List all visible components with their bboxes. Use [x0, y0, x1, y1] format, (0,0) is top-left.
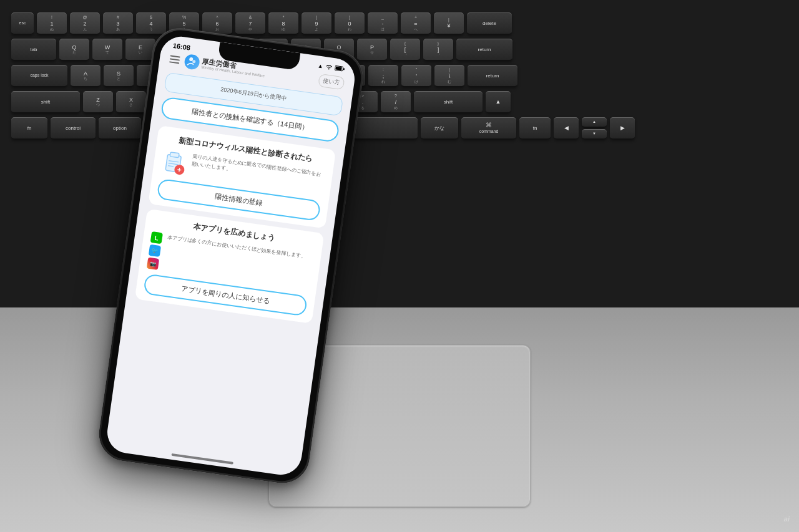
arrow-left-key[interactable]: ◀: [554, 117, 579, 140]
hamburger-line-3: [169, 61, 179, 64]
caps-lock-key[interactable]: caps lock: [11, 65, 67, 87]
option-key[interactable]: option: [99, 117, 141, 140]
hamburger-line-1: [170, 55, 180, 57]
line-icon[interactable]: L: [150, 231, 163, 244]
key-bracket-open[interactable]: {[゛: [390, 39, 420, 61]
key-3[interactable]: #3あ: [103, 12, 133, 35]
key-7[interactable]: &7や: [235, 12, 265, 35]
key-a[interactable]: Aち: [71, 65, 100, 87]
social-icons: L 🐦 📷: [147, 231, 163, 270]
hamburger-menu[interactable]: [169, 55, 180, 64]
key-equals[interactable]: +=へ: [401, 12, 431, 35]
watermark: ai: [784, 515, 790, 523]
kana-key[interactable]: かな: [421, 117, 458, 140]
key-8[interactable]: *8ゆ: [268, 12, 298, 35]
hamburger-line-2: [170, 58, 180, 60]
keyboard-row-1: esc !1ぬ @2ふ #3あ $4う %5え ^6お &7や *8ゆ (9よ …: [11, 12, 512, 35]
keyboard-top-section: esc !1ぬ @2ふ #3あ $4う %5え ^6お &7や *8ゆ (9よ …: [0, 0, 799, 312]
key-slash[interactable]: ?/め: [381, 91, 411, 114]
share-section: 本アプリを広めましょう L 🐦 📷 本アプリは多くの方にお使いいただくほど効果を…: [135, 209, 325, 324]
svg-rect-6: [170, 152, 179, 158]
svg-point-3: [189, 57, 194, 62]
wifi-icon: [325, 64, 333, 71]
key-minus[interactable]: _-ほ: [368, 12, 398, 35]
twitter-icon[interactable]: 🐦: [149, 244, 161, 257]
fn-right-key[interactable]: fn: [519, 117, 551, 140]
status-time: 16:08: [172, 42, 191, 52]
key-x[interactable]: Xさ: [116, 91, 146, 114]
arrow-down-key[interactable]: ▼: [582, 129, 607, 140]
delete-key[interactable]: delete: [467, 12, 512, 35]
home-indicator: [171, 453, 233, 465]
key-s[interactable]: Sと: [104, 65, 134, 87]
key-w[interactable]: Wて: [92, 39, 122, 61]
key-backslash[interactable]: |\む: [434, 65, 464, 87]
key-bracket-close[interactable]: }]゜: [423, 39, 453, 61]
key-0[interactable]: )0わ: [335, 12, 365, 35]
return-key[interactable]: return: [456, 39, 512, 61]
key-2[interactable]: @2ふ: [70, 12, 100, 35]
active-status-text: 2020年6月19日から使用中: [220, 86, 287, 102]
arrow-up-key-2[interactable]: ▲: [582, 117, 607, 128]
shift-left-key[interactable]: shift: [11, 91, 80, 114]
control-key[interactable]: control: [51, 117, 96, 140]
arrow-up-key[interactable]: ▲: [486, 91, 511, 114]
fn-key[interactable]: fn: [11, 117, 47, 140]
svg-rect-1: [335, 66, 342, 70]
shift-right-key[interactable]: shift: [414, 91, 483, 114]
key-z[interactable]: Zつ: [83, 91, 113, 114]
status-icons: ▲: [317, 62, 345, 73]
key-1[interactable]: !1ぬ: [37, 12, 67, 35]
key-e[interactable]: Eい: [125, 39, 155, 61]
key-semicolon[interactable]: :;れ: [368, 65, 398, 87]
instagram-icon[interactable]: 📷: [147, 258, 159, 270]
key-q[interactable]: Qた: [59, 39, 89, 61]
tab-key[interactable]: tab: [11, 39, 56, 61]
logo-icon: [184, 54, 200, 70]
escape-key[interactable]: esc: [11, 12, 34, 35]
svg-rect-2: [343, 68, 345, 70]
key-9[interactable]: (9よ: [301, 12, 331, 35]
svg-point-4: [192, 60, 196, 64]
clipboard-icon: +: [160, 148, 188, 177]
command-right-key[interactable]: ⌘command: [461, 117, 516, 140]
key-quote[interactable]: "'け: [401, 65, 431, 87]
return-key-2[interactable]: return: [468, 65, 517, 87]
key-yen[interactable]: |¥: [434, 12, 464, 35]
arrow-right-key[interactable]: ▶: [610, 117, 635, 140]
signal-icon: ▲: [317, 62, 323, 69]
battery-icon: [335, 65, 345, 73]
usage-guide-btn[interactable]: 使い方: [318, 73, 345, 90]
